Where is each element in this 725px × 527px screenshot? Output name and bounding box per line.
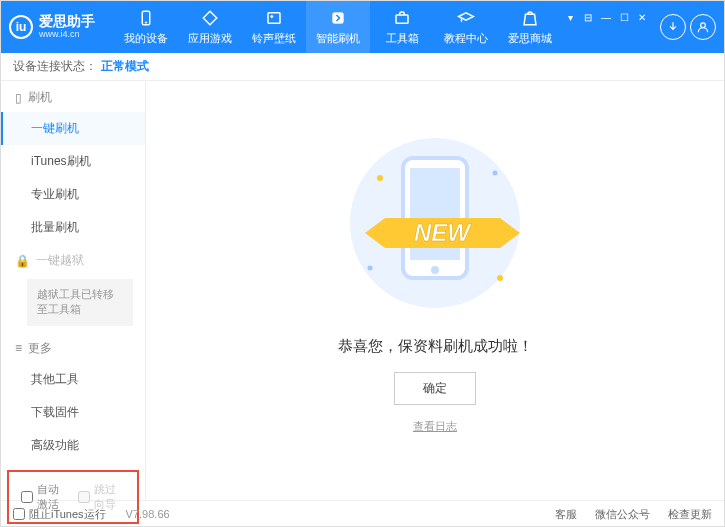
svg-point-13 [493,170,498,175]
sidebar-group-flash[interactable]: ▯ 刷机 [1,81,145,112]
sidebar: ▯ 刷机 一键刷机 iTunes刷机 专业刷机 批量刷机 🔒 一键越狱 越狱工具… [1,81,146,500]
svg-point-3 [271,15,273,17]
svg-rect-4 [333,13,344,24]
menu-icon[interactable]: ▾ [562,11,578,23]
status-bar: 设备连接状态： 正常模式 [1,53,724,81]
sidebar-item-advanced[interactable]: 高级功能 [1,429,145,462]
nav-tutorials[interactable]: 教程中心 [434,1,498,53]
svg-text:NEW: NEW [414,219,472,246]
footer-wechat[interactable]: 微信公众号 [595,507,650,522]
lock-icon: 🔒 [15,254,30,268]
sidebar-item-oneclick[interactable]: 一键刷机 [1,112,145,145]
nav-label: 应用游戏 [188,31,232,46]
svg-point-10 [431,266,439,274]
success-message: 恭喜您，保资料刷机成功啦！ [338,337,533,356]
apps-icon [200,8,220,28]
svg-point-12 [377,175,383,181]
sidebar-item-itunes[interactable]: iTunes刷机 [1,145,145,178]
nav-label: 工具箱 [386,31,419,46]
graduation-icon [456,8,476,28]
nav-store[interactable]: 爱思商城 [498,1,562,53]
svg-rect-5 [396,15,408,23]
list-icon: ≡ [15,341,22,355]
status-mode: 正常模式 [101,58,149,75]
close-icon[interactable]: ✕ [634,11,650,23]
app-header: iu 爱思助手 www.i4.cn 我的设备 应用游戏 铃声壁纸 智能刷机 工具… [1,1,724,53]
minimize-icon[interactable]: — [598,11,614,23]
nav-ringtones[interactable]: 铃声壁纸 [242,1,306,53]
user-button[interactable] [690,14,716,40]
phone-icon [136,8,156,28]
nav-label: 教程中心 [444,31,488,46]
toolbox-icon [392,8,412,28]
nav-label: 铃声壁纸 [252,31,296,46]
nav-my-device[interactable]: 我的设备 [114,1,178,53]
nav-label: 爱思商城 [508,31,552,46]
jailbreak-note: 越狱工具已转移至工具箱 [27,279,133,326]
view-log-link[interactable]: 查看日志 [413,419,457,434]
ok-button[interactable]: 确定 [394,372,476,405]
logo-icon: iu [9,15,33,39]
sidebar-item-other[interactable]: 其他工具 [1,363,145,396]
sidebar-item-pro[interactable]: 专业刷机 [1,178,145,211]
nav-flash[interactable]: 智能刷机 [306,1,370,53]
footer-support[interactable]: 客服 [555,507,577,522]
nav-label: 智能刷机 [316,31,360,46]
svg-point-1 [145,22,147,24]
svg-point-14 [368,265,373,270]
flash-icon [328,8,348,28]
bag-icon [520,8,540,28]
sidebar-group-more[interactable]: ≡ 更多 [1,332,145,363]
nav-label: 我的设备 [124,31,168,46]
main-content: NEW 恭喜您，保资料刷机成功啦！ 确定 查看日志 [146,81,724,500]
top-nav: 我的设备 应用游戏 铃声壁纸 智能刷机 工具箱 教程中心 爱思商城 [114,1,562,53]
sidebar-item-batch[interactable]: 批量刷机 [1,211,145,244]
nav-apps[interactable]: 应用游戏 [178,1,242,53]
app-title: 爱思助手 [39,14,95,29]
app-url: www.i4.cn [39,30,95,40]
block-itunes-checkbox[interactable]: 阻止iTunes运行 [13,507,106,522]
pin-icon[interactable]: ⊟ [580,11,596,23]
status-label: 设备连接状态： [13,58,97,75]
image-icon [264,8,284,28]
version-text: V7.98.66 [126,508,170,520]
nav-toolbox[interactable]: 工具箱 [370,1,434,53]
logo: iu 爱思助手 www.i4.cn [9,14,114,39]
sidebar-group-jailbreak: 🔒 一键越狱 [1,244,145,275]
success-illustration: NEW [325,128,545,321]
phone-small-icon: ▯ [15,91,22,105]
svg-rect-2 [268,13,280,24]
download-button[interactable] [660,14,686,40]
footer-update[interactable]: 检查更新 [668,507,712,522]
sidebar-item-firmware[interactable]: 下载固件 [1,396,145,429]
svg-point-15 [497,275,503,281]
svg-point-6 [701,23,706,28]
maximize-icon[interactable]: ☐ [616,11,632,23]
